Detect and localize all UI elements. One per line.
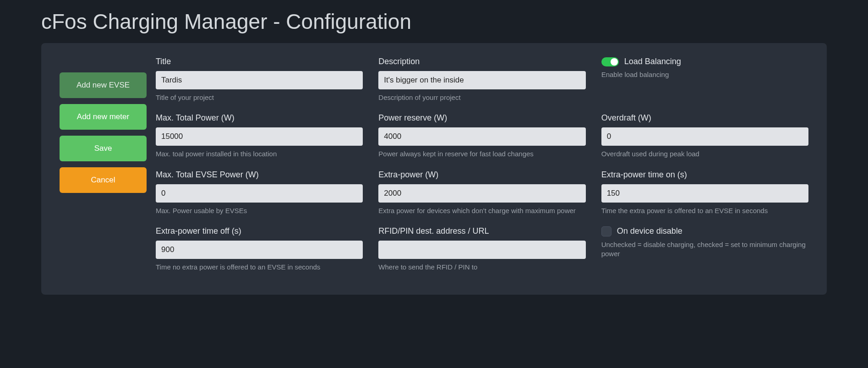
extra-time-off-input[interactable] bbox=[156, 241, 363, 259]
title-help: Title of your project bbox=[156, 93, 363, 102]
extra-power-input[interactable] bbox=[378, 184, 585, 203]
load-balancing-toggle[interactable] bbox=[601, 57, 619, 66]
description-label: Description bbox=[378, 57, 585, 66]
load-balancing-label: Load Balancing bbox=[624, 57, 681, 66]
max-evse-power-label: Max. Total EVSE Power (W) bbox=[156, 170, 363, 180]
max-total-power-help: Max. toal power installed in this locati… bbox=[156, 149, 363, 159]
overdraft-input[interactable] bbox=[601, 127, 808, 146]
page-title: cFos Charging Manager - Configuration bbox=[41, 9, 827, 34]
on-device-disable-checkbox[interactable] bbox=[601, 226, 611, 236]
on-device-disable-label: On device disable bbox=[617, 226, 682, 236]
max-evse-power-help: Max. Power usable by EVSEs bbox=[156, 206, 363, 215]
extra-time-off-label: Extra-power time off (s) bbox=[156, 226, 363, 236]
rfid-url-help: Where to send the RFID / PIN to bbox=[378, 263, 585, 272]
max-total-power-label: Max. Total Power (W) bbox=[156, 113, 363, 123]
overdraft-label: Overdraft (W) bbox=[601, 113, 808, 123]
extra-time-on-label: Extra-power time on (s) bbox=[601, 170, 808, 180]
description-input[interactable] bbox=[378, 71, 585, 89]
on-device-disable-help: Unchecked = disable charging, checked = … bbox=[601, 240, 808, 259]
extra-power-help: Extra power for devices which don't char… bbox=[378, 206, 585, 215]
save-button[interactable]: Save bbox=[60, 136, 147, 161]
power-reserve-input[interactable] bbox=[378, 127, 585, 146]
rfid-url-input[interactable] bbox=[378, 241, 585, 259]
config-panel: Add new EVSE Add new meter Save Cancel T… bbox=[41, 43, 827, 295]
extra-time-on-help: Time the extra power is offered to an EV… bbox=[601, 206, 808, 215]
title-input[interactable] bbox=[156, 71, 363, 89]
rfid-url-label: RFID/PIN dest. address / URL bbox=[378, 226, 585, 236]
extra-power-label: Extra-power (W) bbox=[378, 170, 585, 180]
add-evse-button[interactable]: Add new EVSE bbox=[60, 72, 147, 98]
power-reserve-help: Power always kept in reserve for fast lo… bbox=[378, 149, 585, 159]
form-area: Title Title of your project Description … bbox=[156, 57, 808, 272]
overdraft-help: Overdraft used during peak load bbox=[601, 149, 808, 159]
title-label: Title bbox=[156, 57, 363, 66]
add-meter-button[interactable]: Add new meter bbox=[60, 104, 147, 130]
max-total-power-input[interactable] bbox=[156, 127, 363, 146]
description-help: Description of yourr project bbox=[378, 93, 585, 102]
cancel-button[interactable]: Cancel bbox=[60, 167, 147, 193]
toggle-knob-icon bbox=[611, 58, 618, 66]
load-balancing-help: Enable load balancing bbox=[601, 70, 808, 79]
extra-time-off-help: Time no extra power is offered to an EVS… bbox=[156, 263, 363, 272]
power-reserve-label: Power reserve (W) bbox=[378, 113, 585, 123]
extra-time-on-input[interactable] bbox=[601, 184, 808, 203]
max-evse-power-input[interactable] bbox=[156, 184, 363, 203]
sidebar: Add new EVSE Add new meter Save Cancel bbox=[60, 57, 147, 272]
